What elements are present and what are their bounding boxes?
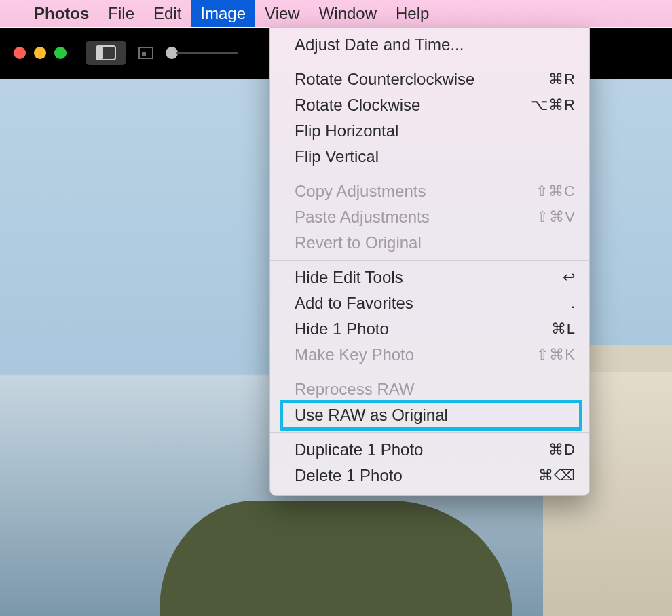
menu-separator	[270, 62, 589, 62]
menu-item-label: Hide 1 Photo	[295, 320, 517, 339]
menu-item[interactable]: Rotate Clockwise⌥⌘R	[270, 92, 589, 118]
menu-item-label: Delete 1 Photo	[295, 466, 517, 485]
menu-item-label: Duplicate 1 Photo	[295, 440, 517, 459]
menu-item-label: Make Key Photo	[295, 345, 517, 364]
menu-item-shortcut: .	[517, 294, 576, 312]
menubar-item-window[interactable]: Window	[310, 0, 386, 27]
image-menu: Adjust Date and Time...Rotate Counterclo…	[269, 27, 590, 496]
zoom-slider[interactable]	[166, 47, 238, 59]
menubar-item-help[interactable]: Help	[386, 0, 438, 27]
menubar-item-edit[interactable]: Edit	[144, 0, 191, 27]
menu-item[interactable]: Adjust Date and Time...	[270, 32, 589, 58]
menu-separator	[270, 174, 589, 174]
menu-separator	[270, 260, 589, 261]
menu-item-label: Paste Adjustments	[295, 208, 517, 227]
sidebar-icon	[96, 45, 116, 60]
menu-item: Make Key Photo⇧⌘K	[270, 342, 589, 368]
menu-item-label: Flip Horizontal	[295, 121, 576, 140]
menu-item: Copy Adjustments⇧⌘C	[270, 178, 589, 204]
menubar: Photos File Edit Image View Window Help	[0, 0, 672, 27]
menu-item[interactable]: Flip Horizontal	[270, 118, 589, 144]
menu-item-label: Flip Vertical	[295, 147, 576, 166]
menu-item-label: Rotate Clockwise	[295, 96, 517, 115]
menu-item[interactable]: Add to Favorites.	[270, 290, 589, 316]
zoom-slider-track	[176, 52, 238, 54]
minimize-window-button[interactable]	[34, 47, 46, 59]
menu-item-shortcut: ⌘D	[517, 441, 576, 459]
svg-rect-1	[96, 46, 103, 60]
menu-item-shortcut: ⌥⌘R	[517, 96, 576, 114]
menu-item[interactable]: Duplicate 1 Photo⌘D	[270, 437, 589, 463]
menu-item-label: Use RAW as Original	[295, 406, 576, 425]
menu-item[interactable]: Hide 1 Photo⌘L	[270, 316, 589, 342]
menu-item[interactable]: Delete 1 Photo⌘⌫	[270, 463, 589, 488]
fullscreen-window-button[interactable]	[54, 47, 67, 59]
menubar-item-view[interactable]: View	[255, 0, 310, 27]
menu-item-label: Rotate Counterclockwise	[295, 70, 517, 89]
menu-item-shortcut: ⇧⌘C	[517, 182, 576, 200]
traffic-lights	[14, 47, 67, 59]
menu-item-label: Add to Favorites	[295, 294, 517, 313]
menu-item-shortcut: ↩	[517, 269, 576, 286]
menu-item[interactable]: Flip Vertical	[270, 144, 589, 170]
menu-item-shortcut: ⌘L	[517, 320, 576, 338]
menu-item-label: Adjust Date and Time...	[295, 35, 576, 54]
menu-item: Reprocess RAW	[270, 377, 589, 402]
menu-item[interactable]: Hide Edit Tools↩	[270, 265, 589, 290]
menu-item-shortcut: ⌘R	[517, 71, 576, 88]
menu-item: Revert to Original	[270, 230, 589, 256]
menu-item-shortcut: ⇧⌘K	[517, 346, 576, 364]
menu-item-shortcut: ⌘⌫	[517, 467, 576, 484]
menu-item[interactable]: Rotate Counterclockwise⌘R	[270, 66, 589, 92]
menu-item-label: Reprocess RAW	[295, 380, 576, 399]
menubar-app-name[interactable]: Photos	[24, 0, 98, 27]
photo-foreground-island	[160, 501, 512, 616]
menu-item-label: Hide Edit Tools	[295, 268, 517, 287]
sidebar-toggle-button[interactable]	[86, 41, 126, 65]
menu-separator	[270, 372, 589, 372]
menu-item-label: Copy Adjustments	[295, 182, 517, 201]
menu-separator	[270, 432, 589, 433]
menubar-item-image[interactable]: Image	[191, 0, 255, 27]
menu-item-label: Revert to Original	[295, 233, 576, 252]
menu-item: Paste Adjustments⇧⌘V	[270, 204, 589, 230]
thumbnail-icon[interactable]	[138, 47, 153, 59]
menubar-item-file[interactable]: File	[98, 0, 144, 27]
menu-item[interactable]: Use RAW as Original	[270, 402, 589, 428]
close-window-button[interactable]	[14, 47, 26, 59]
menu-item-shortcut: ⇧⌘V	[517, 208, 576, 226]
window-titlebar	[8, 34, 238, 72]
